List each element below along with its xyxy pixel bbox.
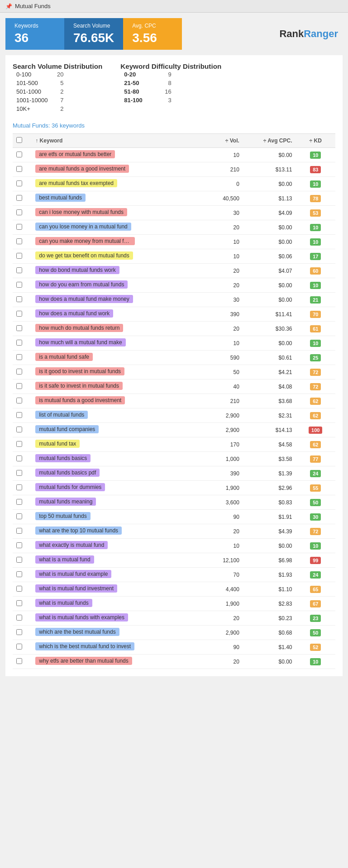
- kd-cell: 24: [296, 466, 336, 481]
- row-checkbox-cell: [13, 452, 32, 466]
- row-checkbox[interactable]: [16, 282, 22, 288]
- row-checkbox[interactable]: [16, 455, 22, 461]
- row-checkbox[interactable]: [16, 166, 22, 172]
- row-checkbox[interactable]: [16, 369, 22, 375]
- col-vol[interactable]: ÷ Vol.: [190, 134, 243, 148]
- row-checkbox[interactable]: [16, 484, 22, 490]
- section-title: Mutual Funds: 36 keywords: [13, 122, 335, 129]
- volume-dist-title: Search Volume Distribution: [13, 62, 102, 70]
- row-checkbox[interactable]: [16, 340, 22, 346]
- row-checkbox[interactable]: [16, 383, 22, 389]
- vol-dist-row: 101-5005: [13, 79, 67, 87]
- row-checkbox[interactable]: [16, 470, 22, 476]
- keyword-pill: how do you earn from mutual funds: [35, 280, 128, 289]
- table-row: what is a mutual fund 12,100 $6.98 99: [13, 553, 335, 568]
- row-checkbox[interactable]: [16, 398, 22, 403]
- row-checkbox[interactable]: [16, 542, 22, 548]
- kd-cell: 62: [296, 408, 336, 423]
- row-checkbox[interactable]: [16, 644, 22, 650]
- cpc-label: Avg. CPC: [132, 23, 173, 29]
- keyword-pill: best mutual funds: [35, 194, 86, 202]
- row-checkbox[interactable]: [16, 571, 22, 577]
- row-checkbox[interactable]: [16, 238, 22, 244]
- row-checkbox[interactable]: [16, 441, 22, 447]
- row-checkbox[interactable]: [16, 412, 22, 418]
- cpc-cell: $1.93: [243, 568, 296, 582]
- row-checkbox[interactable]: [16, 224, 22, 230]
- row-checkbox[interactable]: [16, 325, 22, 331]
- col-keyword[interactable]: ↑ Keyword: [32, 134, 190, 148]
- diff-dist-count: 9: [161, 70, 175, 79]
- row-checkbox[interactable]: [16, 180, 22, 186]
- kd-badge: 72: [310, 528, 321, 535]
- keyword-pill: how does a mutual fund work: [35, 309, 113, 318]
- table-row: what are the top 10 mutual funds 20 $4.3…: [13, 524, 335, 539]
- kd-cell: 50: [296, 495, 336, 510]
- keyword-cell: top 50 mutual funds: [32, 510, 190, 524]
- row-checkbox[interactable]: [16, 354, 22, 360]
- row-checkbox-cell: [13, 626, 32, 640]
- row-checkbox[interactable]: [16, 152, 22, 157]
- row-checkbox[interactable]: [16, 615, 22, 621]
- table-row: mutual funds meaning 3,600 $0.83 50: [13, 495, 335, 510]
- cpc-cell: $4.09: [243, 206, 296, 220]
- vol-cell: 20: [190, 611, 243, 626]
- col-kd[interactable]: ÷ KD: [296, 134, 336, 148]
- cpc-cell: $0.68: [243, 626, 296, 640]
- row-checkbox[interactable]: [16, 209, 22, 215]
- row-checkbox[interactable]: [16, 296, 22, 302]
- table-row: what is mutual fund investment 4,400 $1.…: [13, 582, 335, 597]
- kd-cell: 70: [296, 307, 336, 322]
- kd-badge: 53: [310, 209, 321, 217]
- row-checkbox-cell: [13, 264, 32, 278]
- kd-cell: 10: [296, 336, 336, 351]
- cpc-cell: $2.83: [243, 597, 296, 611]
- row-checkbox[interactable]: [16, 253, 22, 259]
- row-checkbox-cell: [13, 597, 32, 611]
- diff-dist-range: 21-50: [120, 79, 161, 87]
- col-cpc[interactable]: ÷ Avg CPC.: [243, 134, 296, 148]
- row-checkbox-cell: [13, 423, 32, 437]
- row-checkbox[interactable]: [16, 629, 22, 635]
- cpc-cell: $13.11: [243, 162, 296, 177]
- table-row: what is mutual funds with examples 20 $0…: [13, 611, 335, 626]
- keyword-pill: mutual funds basics: [35, 454, 91, 462]
- row-checkbox-cell: [13, 249, 32, 264]
- keywords-stat: Keywords 36: [5, 18, 64, 50]
- row-checkbox[interactable]: [16, 195, 22, 201]
- cpc-cell: $0.61: [243, 351, 296, 365]
- row-checkbox[interactable]: [16, 528, 22, 534]
- row-checkbox[interactable]: [16, 427, 22, 432]
- keyword-cell: which is the best mutual fund to invest: [32, 640, 190, 655]
- cpc-cell: $1.10: [243, 582, 296, 597]
- diff-dist-range: 51-80: [120, 87, 161, 96]
- row-checkbox[interactable]: [16, 586, 22, 592]
- keyword-pill: what is a mutual fund: [35, 555, 94, 564]
- vol-cell: 10: [190, 539, 243, 553]
- row-checkbox-cell: [13, 235, 32, 249]
- keyword-pill: how do bond mutual funds work: [35, 266, 119, 274]
- cpc-cell: $0.00: [243, 293, 296, 307]
- difficulty-distribution: Keyword Difficulty Distribution 0-20921-…: [120, 62, 221, 113]
- row-checkbox[interactable]: [16, 600, 22, 606]
- cpc-cell: $4.08: [243, 379, 296, 394]
- row-checkbox[interactable]: [16, 658, 22, 664]
- row-checkbox[interactable]: [16, 311, 22, 317]
- cpc-cell: $4.21: [243, 365, 296, 379]
- table-row: what is mutual funds 1,900 $2.83 67: [13, 597, 335, 611]
- keyword-cell: mutual fund tax: [32, 437, 190, 452]
- kd-cell: 67: [296, 597, 336, 611]
- vol-dist-count: 5: [53, 79, 67, 87]
- kd-badge: 23: [310, 615, 321, 622]
- diff-dist-range: 0-20: [120, 70, 161, 79]
- row-checkbox-cell: [13, 307, 32, 322]
- select-all-checkbox[interactable]: [16, 137, 22, 143]
- row-checkbox[interactable]: [16, 557, 22, 563]
- keyword-cell: do we get tax benefit on mutual funds: [32, 249, 190, 264]
- row-checkbox[interactable]: [16, 499, 22, 505]
- kd-badge: 72: [310, 369, 321, 376]
- row-checkbox[interactable]: [16, 267, 22, 273]
- row-checkbox[interactable]: [16, 513, 22, 519]
- row-checkbox-cell: [13, 293, 32, 307]
- keyword-pill: can i lose money with mutual funds: [35, 208, 127, 216]
